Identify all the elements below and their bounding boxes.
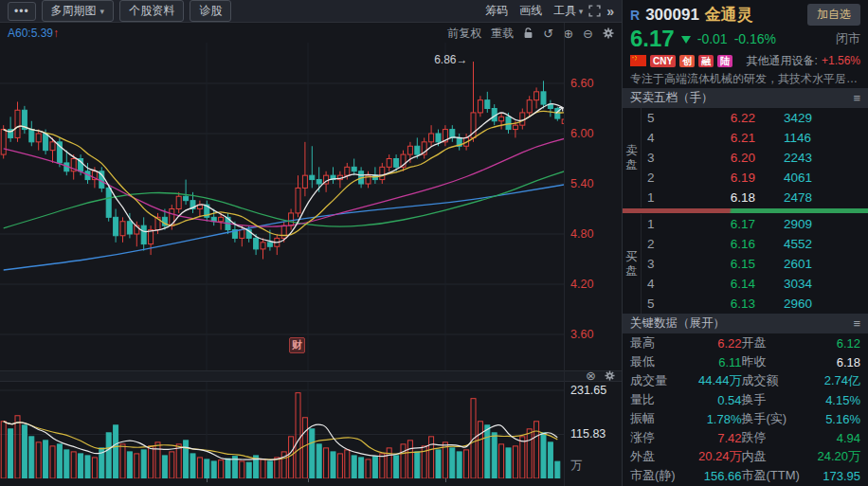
buy-level-4[interactable]: 46.143034 xyxy=(642,274,868,294)
buy-level-3[interactable]: 36.152601 xyxy=(642,254,868,274)
key-data-grid: 最高6.22开盘6.12最低6.11昨收6.18成交量44.44万成交额2.74… xyxy=(623,333,868,485)
level-number: 2 xyxy=(647,237,679,251)
level-number: 3 xyxy=(647,257,679,271)
price-axis-label: 5.40 xyxy=(570,177,618,190)
key-data-label: 换手 xyxy=(742,391,808,408)
ma60-indicator-label: A60:5.39↑ xyxy=(8,27,59,40)
key-data-menu-icon[interactable]: ≡ xyxy=(853,316,860,331)
fullscreen-icon[interactable] xyxy=(588,5,601,17)
toolbar-right-tools: 筹码画线工具 ▾ xyxy=(485,3,583,19)
tool-3[interactable]: 工具 ▾ xyxy=(553,3,583,19)
key-data-row: 量比0.54换手4.15% xyxy=(623,390,868,409)
price-change: -0.01 xyxy=(697,31,728,46)
level-volume: 4061 xyxy=(755,171,868,185)
tab-1[interactable]: 多周期图▾ xyxy=(42,0,115,22)
price-axis-label: 4.80 xyxy=(570,227,618,241)
sell-level-1[interactable]: 16.182478 xyxy=(642,188,868,207)
lock-icon[interactable] xyxy=(523,27,533,39)
price-axis-label: 6.00 xyxy=(570,127,618,140)
price-axis-label: 4.20 xyxy=(570,278,618,291)
quote-panel: R 300091 金通灵 加自选 6.17 -0.01 -0.16% 闭市 CN… xyxy=(622,0,868,486)
stock-code: 300091 xyxy=(645,6,699,25)
more-tabs-button[interactable]: ••• xyxy=(8,2,36,21)
order-book-menu-icon[interactable]: ≡ xyxy=(853,91,860,105)
buy-side-label: 买 盘 xyxy=(623,214,642,314)
key-data-value: 173.95 xyxy=(808,469,861,483)
key-data-value: 2.74亿 xyxy=(808,372,861,389)
level-volume: 2909 xyxy=(755,217,868,231)
chart-subtoolbar: A60:5.39↑ 前复权重载 ↺ ⊕ ⊖ xyxy=(0,24,622,43)
level-number: 3 xyxy=(647,151,679,165)
key-data-label: 市盈(TTM) xyxy=(742,467,808,484)
key-data-header: 关键数据（展开） ≡ xyxy=(623,314,868,333)
key-data-label: 市盈(静) xyxy=(630,467,689,484)
settings-gear-icon[interactable] xyxy=(603,27,614,39)
sell-level-5[interactable]: 56.223429 xyxy=(642,108,868,128)
level-volume: 2960 xyxy=(755,297,868,311)
sell-level-4[interactable]: 46.211146 xyxy=(642,128,868,148)
down-arrow-icon xyxy=(681,36,691,44)
depth-ratio-bar xyxy=(623,208,868,213)
key-data-value: 0.54 xyxy=(689,393,742,407)
sector-change[interactable]: +1.56% xyxy=(822,54,860,67)
price-axis-label: 6.60 xyxy=(570,77,618,90)
tool-2[interactable]: 画线 xyxy=(519,3,542,19)
close-volume-pane-icon[interactable]: ⊗ xyxy=(586,369,596,383)
sector-label[interactable]: 其他通用设备: xyxy=(747,53,818,69)
x-axis-tick xyxy=(207,478,208,482)
key-data-label: 成交额 xyxy=(742,372,808,389)
volume-settings-gear-icon[interactable] xyxy=(605,370,615,381)
key-data-row: 最高6.22开盘6.12 xyxy=(623,333,868,352)
key-data-label: 最低 xyxy=(630,353,689,370)
level-number: 1 xyxy=(647,190,679,205)
candlestick-chart[interactable]: 6.86→ xyxy=(0,43,564,371)
buy-level-5[interactable]: 56.132960 xyxy=(642,294,868,314)
stock-badges: CNY创融陆 xyxy=(650,55,732,67)
adjust-button-2[interactable]: 重载 xyxy=(491,26,514,42)
level-price: 6.20 xyxy=(679,151,755,165)
sell-level-3[interactable]: 36.202243 xyxy=(642,148,868,168)
badge-创: 创 xyxy=(679,55,695,67)
level-price: 6.17 xyxy=(679,217,755,231)
sell-side-label: 卖 盘 xyxy=(623,108,642,207)
price-axis-label: 3.60 xyxy=(570,328,618,341)
volume-axis-label: 231.65 xyxy=(570,384,618,397)
buy-level-2[interactable]: 26.164552 xyxy=(642,234,868,254)
add-watchlist-button[interactable]: 加自选 xyxy=(807,4,860,26)
chart-panel: ••• 多周期图▾个股资料诊股 筹码画线工具 ▾ » A60:5.39↑ 前复权… xyxy=(0,0,622,486)
tool-1[interactable]: 筹码 xyxy=(485,3,508,19)
company-description[interactable]: 专注于高端流体机械的研发，其技术水平居行... xyxy=(623,70,868,88)
chevron-down-icon: ▾ xyxy=(576,7,583,16)
collapse-panel-icon[interactable]: » xyxy=(606,4,614,19)
volume-unit-label: 万 xyxy=(570,458,583,474)
stock-name: 金通灵 xyxy=(705,4,753,26)
up-arrow-icon: ↑ xyxy=(53,27,59,40)
earnings-event-badge[interactable]: 财 xyxy=(289,337,305,353)
adjust-button-1[interactable]: 前复权 xyxy=(447,26,481,42)
level-volume: 2243 xyxy=(755,151,868,165)
sell-level-2[interactable]: 26.194061 xyxy=(642,168,868,188)
axis-separator xyxy=(564,23,565,486)
tab-2[interactable]: 个股资料 xyxy=(119,0,184,22)
undo-icon[interactable]: ↺ xyxy=(543,27,553,40)
key-data-row: 振幅1.78%换手(实)5.16% xyxy=(623,409,868,428)
key-data-label: 昨收 xyxy=(742,353,808,370)
level-price: 6.14 xyxy=(679,277,755,291)
tab-3[interactable]: 诊股 xyxy=(190,0,231,22)
stock-header: R 300091 金通灵 加自选 xyxy=(623,0,868,26)
order-book-header: 买卖五档（手） ≡ xyxy=(623,88,868,108)
market-status: 闭市 xyxy=(836,30,860,47)
buy-level-1[interactable]: 16.172909 xyxy=(642,214,868,234)
level-number: 2 xyxy=(647,171,679,185)
level-volume: 4552 xyxy=(755,237,868,251)
level-price: 6.22 xyxy=(679,111,755,125)
level-volume: 1146 xyxy=(755,131,868,145)
zoom-out-icon[interactable]: ⊖ xyxy=(583,27,593,40)
key-data-label: 涨停 xyxy=(630,429,689,446)
level-price: 6.15 xyxy=(679,257,755,271)
badge-融: 融 xyxy=(698,55,714,67)
level-volume: 3429 xyxy=(755,111,868,125)
buy-side: 买 盘 16.17290926.16455236.15260146.143034… xyxy=(623,214,868,314)
x-axis-tick xyxy=(308,478,309,482)
volume-chart[interactable] xyxy=(0,382,564,478)
